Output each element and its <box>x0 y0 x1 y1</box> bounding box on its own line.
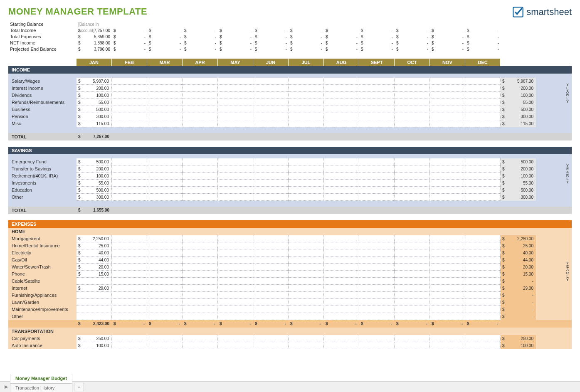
value-cell[interactable] <box>359 313 395 320</box>
summary-cell[interactable]: $- <box>465 46 501 52</box>
value-cell[interactable] <box>465 120 501 127</box>
summary-cell[interactable] <box>359 21 395 27</box>
summary-cell[interactable]: $- <box>147 46 183 52</box>
value-cell[interactable] <box>430 264 465 271</box>
summary-cell[interactable]: $- <box>218 27 253 34</box>
value-cell[interactable] <box>359 256 395 264</box>
value-cell[interactable] <box>289 158 324 165</box>
summary-cell[interactable]: $7,257.00 <box>77 27 112 34</box>
value-cell[interactable] <box>218 165 253 173</box>
value-cell[interactable] <box>183 78 218 85</box>
value-cell[interactable] <box>289 278 324 285</box>
value-cell[interactable] <box>218 173 253 180</box>
value-cell[interactable] <box>112 113 147 120</box>
value-cell[interactable] <box>147 299 183 306</box>
value-cell[interactable] <box>324 120 359 127</box>
value-cell[interactable]: $15.00 <box>77 271 112 278</box>
value-cell[interactable] <box>253 85 289 92</box>
summary-cell[interactable]: $- <box>289 27 324 34</box>
value-cell[interactable] <box>112 249 147 256</box>
summary-cell[interactable] <box>430 21 465 27</box>
value-cell[interactable] <box>430 278 465 285</box>
value-cell[interactable] <box>465 158 501 165</box>
value-cell[interactable] <box>289 256 324 264</box>
value-cell[interactable] <box>253 292 289 299</box>
value-cell[interactable] <box>112 256 147 264</box>
value-cell[interactable] <box>395 187 430 194</box>
value-cell[interactable] <box>395 120 430 127</box>
value-cell[interactable] <box>324 299 359 306</box>
value-cell[interactable] <box>218 285 253 292</box>
sheet-tab[interactable]: Transaction History <box>10 383 72 392</box>
value-cell[interactable]: $100.00 <box>77 92 112 99</box>
value-cell[interactable] <box>147 306 183 313</box>
value-cell[interactable] <box>324 180 359 187</box>
value-cell[interactable] <box>183 92 218 99</box>
value-cell[interactable] <box>359 271 395 278</box>
value-cell[interactable] <box>359 187 395 194</box>
summary-cell[interactable]: $- <box>253 27 289 34</box>
value-cell[interactable] <box>147 78 183 85</box>
value-cell[interactable] <box>430 194 465 201</box>
value-cell[interactable] <box>183 285 218 292</box>
summary-cell[interactable]: $- <box>112 34 147 40</box>
value-cell[interactable] <box>465 194 501 201</box>
value-cell[interactable] <box>289 242 324 249</box>
value-cell[interactable] <box>430 120 465 127</box>
value-cell[interactable] <box>147 180 183 187</box>
value-cell[interactable] <box>218 99 253 106</box>
value-cell[interactable] <box>324 92 359 99</box>
value-cell[interactable] <box>112 292 147 299</box>
value-cell[interactable] <box>430 235 465 242</box>
value-cell[interactable] <box>395 335 430 342</box>
summary-cell[interactable] <box>395 21 430 27</box>
value-cell[interactable] <box>289 99 324 106</box>
value-cell[interactable] <box>218 85 253 92</box>
summary-cell[interactable]: $- <box>324 40 359 46</box>
value-cell[interactable] <box>395 299 430 306</box>
value-cell[interactable] <box>112 92 147 99</box>
value-cell[interactable]: $200.00 <box>77 85 112 92</box>
value-cell[interactable] <box>218 92 253 99</box>
summary-cell[interactable]: $- <box>289 34 324 40</box>
value-cell[interactable] <box>218 264 253 271</box>
value-cell[interactable] <box>359 306 395 313</box>
summary-cell[interactable]: $- <box>147 34 183 40</box>
value-cell[interactable]: $115.00 <box>77 120 112 127</box>
value-cell[interactable] <box>359 158 395 165</box>
value-cell[interactable] <box>324 99 359 106</box>
value-cell[interactable] <box>465 249 501 256</box>
value-cell[interactable] <box>465 285 501 292</box>
value-cell[interactable] <box>395 278 430 285</box>
value-cell[interactable] <box>324 249 359 256</box>
value-cell[interactable] <box>183 85 218 92</box>
value-cell[interactable] <box>183 180 218 187</box>
value-cell[interactable] <box>395 85 430 92</box>
value-cell[interactable] <box>112 306 147 313</box>
value-cell[interactable] <box>395 249 430 256</box>
value-cell[interactable] <box>183 249 218 256</box>
value-cell[interactable] <box>465 235 501 242</box>
summary-cell[interactable]: $- <box>112 40 147 46</box>
value-cell[interactable] <box>465 242 501 249</box>
value-cell[interactable] <box>218 78 253 85</box>
summary-cell[interactable]: $3,796.00 <box>77 46 112 52</box>
value-cell[interactable] <box>324 194 359 201</box>
value-cell[interactable] <box>430 249 465 256</box>
value-cell[interactable] <box>430 306 465 313</box>
value-cell[interactable] <box>289 313 324 320</box>
value-cell[interactable] <box>112 106 147 113</box>
value-cell[interactable] <box>324 242 359 249</box>
value-cell[interactable] <box>359 85 395 92</box>
value-cell[interactable] <box>395 285 430 292</box>
value-cell[interactable] <box>112 120 147 127</box>
value-cell[interactable] <box>77 278 112 285</box>
value-cell[interactable] <box>253 299 289 306</box>
value-cell[interactable] <box>430 180 465 187</box>
value-cell[interactable] <box>112 194 147 201</box>
value-cell[interactable] <box>112 180 147 187</box>
value-cell[interactable] <box>183 271 218 278</box>
value-cell[interactable] <box>77 299 112 306</box>
value-cell[interactable] <box>253 278 289 285</box>
value-cell[interactable] <box>359 278 395 285</box>
